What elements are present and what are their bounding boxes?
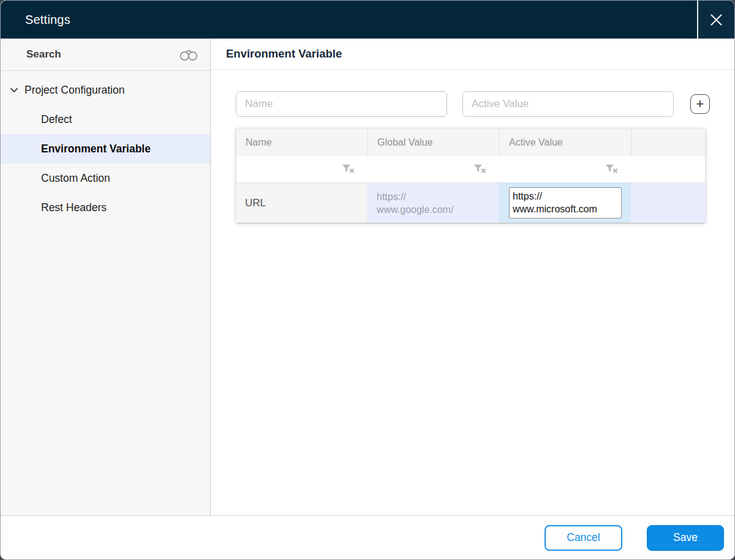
dialog-body: Search Project Configura (1, 39, 734, 515)
sidebar-item-defect[interactable]: Defect (1, 105, 210, 134)
sidebar-item-label: Environment Variable (41, 143, 151, 155)
clear-filter-active-value-button[interactable] (605, 163, 620, 175)
table-row: URL https:// www.google.com/ https:// ww… (236, 183, 706, 223)
settings-tree: Project Configuration Defect Environment… (1, 71, 210, 222)
close-icon (710, 13, 723, 26)
dialog-footer: Cancel Save (1, 515, 734, 559)
titlebar: Settings (1, 1, 734, 39)
column-header-active-value[interactable]: Active Value (499, 129, 631, 156)
sidebar-item-rest-headers[interactable]: Rest Headers (1, 193, 210, 222)
cell-active-value: https:// www.microsoft.com (499, 183, 630, 223)
cell-empty (630, 183, 706, 223)
clear-filter-name-button[interactable] (341, 163, 356, 175)
tree-item-label: Project Configuration (24, 84, 124, 97)
dialog-title: Settings (1, 13, 70, 27)
sidebar-item-label: Custom Action (41, 172, 110, 185)
search-input[interactable]: Search (1, 39, 210, 71)
add-button[interactable]: + (690, 94, 710, 114)
plus-icon: + (696, 96, 704, 111)
main-panel: Environment Variable + Name Global Value… (211, 39, 734, 515)
filter-clear-icon (342, 165, 355, 174)
sidebar: Search Project Configura (1, 39, 211, 515)
column-header-empty (631, 129, 705, 156)
clear-filter-global-value-button[interactable] (473, 163, 488, 175)
add-variable-form: + (236, 91, 734, 117)
main-content: + Name Global Value Active Value (211, 70, 734, 223)
sidebar-item-custom-action[interactable]: Custom Action (1, 163, 210, 193)
column-header-global-value[interactable]: Global Value (368, 129, 499, 156)
active-value-editor[interactable]: https:// www.microsoft.com (509, 187, 622, 218)
table-header-row: Name Global Value Active Value (236, 128, 706, 156)
sidebar-item-environment-variable[interactable]: Environment Variable (1, 134, 210, 163)
main-header: Environment Variable (211, 39, 734, 70)
settings-dialog: Settings Search (0, 0, 735, 560)
search-placeholder: Search (26, 48, 61, 61)
cell-name: URL (236, 183, 367, 223)
close-button[interactable] (697, 1, 734, 39)
active-value-input[interactable] (462, 91, 674, 117)
page-title: Environment Variable (226, 47, 342, 61)
sidebar-item-label: Rest Headers (41, 201, 107, 214)
filter-clear-icon (606, 165, 619, 174)
filter-clear-icon (474, 165, 487, 174)
tree-item-project-configuration[interactable]: Project Configuration (1, 75, 210, 105)
save-button[interactable]: Save (647, 525, 724, 551)
sidebar-item-label: Defect (41, 113, 72, 126)
binoculars-icon[interactable] (179, 48, 198, 61)
name-input[interactable] (236, 91, 447, 117)
environment-variable-table: Name Global Value Active Value (236, 128, 706, 223)
table-filter-row (236, 156, 706, 183)
chevron-down-icon[interactable] (10, 88, 18, 93)
column-header-name[interactable]: Name (236, 129, 368, 156)
cancel-button[interactable]: Cancel (545, 525, 622, 551)
cell-global-value[interactable]: https:// www.google.com/ (367, 183, 499, 223)
